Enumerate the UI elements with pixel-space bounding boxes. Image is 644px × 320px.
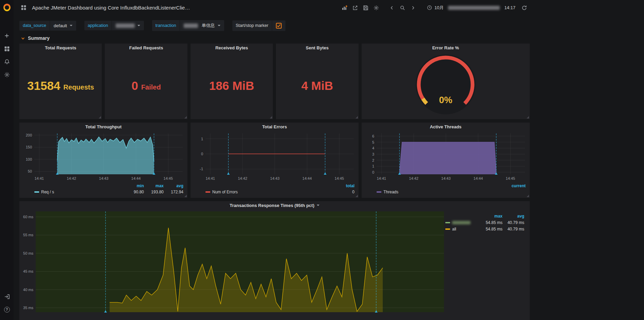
legend-table: max avg 54.85 ms 40.79 ms all 54.85 ms 4… bbox=[445, 213, 524, 232]
panel-title[interactable]: Sent Bytes bbox=[276, 44, 358, 52]
legend-series-all[interactable]: all bbox=[445, 227, 481, 231]
stat-unit: Failed bbox=[141, 81, 161, 91]
time-shift-back-button[interactable] bbox=[387, 3, 396, 12]
start-stop-marker-checkbox[interactable] bbox=[272, 20, 285, 31]
svg-text:150: 150 bbox=[26, 145, 32, 149]
legend-header[interactable]: total bbox=[335, 183, 354, 188]
filter-transaction[interactable]: transaction 单信息 bbox=[152, 20, 224, 31]
refresh-button[interactable] bbox=[520, 3, 529, 12]
svg-text:35 ms: 35 ms bbox=[23, 306, 33, 310]
zoom-out-button[interactable] bbox=[398, 3, 407, 12]
legend-series[interactable]: Threads bbox=[377, 190, 506, 194]
svg-text:14:42: 14:42 bbox=[238, 176, 247, 180]
legend-series-redacted[interactable] bbox=[445, 221, 481, 224]
series-color-dash bbox=[34, 191, 39, 193]
error-rate-gauge: 0% bbox=[362, 52, 530, 119]
time-range-redacted bbox=[448, 6, 500, 10]
resize-handle[interactable] bbox=[184, 195, 187, 197]
resize-handle[interactable] bbox=[527, 116, 529, 118]
stat-value: 4 MiB bbox=[301, 80, 333, 92]
svg-text:60 ms: 60 ms bbox=[23, 215, 33, 219]
svg-text:14:45: 14:45 bbox=[506, 176, 515, 180]
svg-text:14:41: 14:41 bbox=[205, 176, 215, 180]
legend-series[interactable]: Num of Errors bbox=[205, 190, 335, 194]
filter-application-value[interactable] bbox=[112, 21, 144, 30]
panel-menu-caret-icon[interactable] bbox=[317, 205, 319, 206]
time-range-prefix: 10月 bbox=[434, 5, 444, 11]
svg-text:14:41: 14:41 bbox=[377, 176, 386, 180]
resize-handle[interactable] bbox=[356, 195, 358, 197]
save-icon bbox=[363, 5, 368, 11]
panel-title[interactable]: Total Errors bbox=[191, 123, 359, 131]
add-panel-icon bbox=[342, 5, 348, 11]
panel-title[interactable]: Error Rate % bbox=[362, 44, 530, 52]
time-range-picker[interactable]: 10月 14:17 bbox=[424, 5, 518, 11]
row-summary-toggle[interactable]: Summary bbox=[21, 35, 530, 41]
share-dashboard-button[interactable] bbox=[351, 3, 360, 12]
legend-header[interactable]: avg bbox=[164, 183, 183, 188]
panel-error-rate-gauge: Error Rate % 0% bbox=[362, 44, 530, 119]
legend-value: 54.85 ms bbox=[481, 220, 502, 225]
errors-chart[interactable]: 10-114:4114:4214:4314:4414:45 bbox=[191, 131, 359, 182]
legend-header[interactable]: current bbox=[506, 183, 526, 188]
panel-title[interactable]: Failed Requests bbox=[105, 44, 187, 52]
legend-header[interactable]: max bbox=[481, 214, 502, 219]
panel-title[interactable]: Active Threads bbox=[362, 123, 530, 131]
resize-handle[interactable] bbox=[356, 116, 358, 118]
dashboard-grid-icon[interactable] bbox=[19, 3, 28, 12]
resize-handle[interactable] bbox=[99, 116, 101, 118]
svg-text:3: 3 bbox=[372, 152, 374, 156]
grafana-logo[interactable] bbox=[0, 0, 14, 15]
svg-text:200: 200 bbox=[26, 133, 32, 137]
throughput-chart[interactable]: 5010015020014:4114:4214:4314:4414:45 bbox=[19, 131, 187, 182]
gear-icon bbox=[4, 72, 10, 78]
panel-total-errors: Total Errors 10-114:4114:4214:4314:4414:… bbox=[191, 123, 359, 198]
threads-chart[interactable]: 012345614:4114:4214:4314:4414:45 bbox=[362, 131, 530, 182]
chevron-left-icon bbox=[390, 5, 394, 10]
panel-title[interactable]: Total Requests bbox=[19, 44, 102, 52]
stat-value: 0 bbox=[131, 80, 138, 92]
svg-text:0: 0 bbox=[201, 152, 203, 156]
panel-total-requests: Total Requests 31584 Requests bbox=[19, 44, 102, 119]
legend-header[interactable]: min bbox=[124, 183, 144, 188]
svg-text:2: 2 bbox=[372, 158, 374, 162]
sidebar-item-help[interactable]: ? bbox=[0, 303, 14, 316]
sidebar-item-configuration[interactable] bbox=[0, 68, 14, 81]
resize-handle[interactable] bbox=[527, 195, 529, 197]
dashboard-settings-button[interactable] bbox=[372, 3, 381, 12]
svg-text:5: 5 bbox=[372, 140, 374, 144]
sidebar-item-create[interactable] bbox=[0, 29, 14, 42]
sidebar-item-dashboards[interactable] bbox=[0, 42, 14, 55]
resize-handle[interactable] bbox=[270, 116, 272, 118]
panel-title[interactable]: Received Bytes bbox=[191, 44, 273, 52]
filter-start-stop-marker[interactable]: Start/stop marker bbox=[232, 20, 285, 31]
legend-header[interactable]: avg bbox=[502, 214, 524, 219]
filter-data-source-value[interactable]: default bbox=[50, 21, 76, 31]
svg-text:14:42: 14:42 bbox=[409, 176, 418, 180]
filter-transaction-value[interactable]: 单信息 bbox=[180, 20, 224, 31]
chevron-down-icon bbox=[21, 36, 25, 41]
legend-header[interactable]: max bbox=[144, 183, 164, 188]
sidebar-item-alerting[interactable] bbox=[0, 55, 14, 68]
svg-text:1: 1 bbox=[201, 137, 203, 141]
legend-series[interactable]: Req / s bbox=[34, 190, 124, 194]
stat-value: 31584 bbox=[27, 80, 60, 92]
series-color-dash bbox=[377, 191, 381, 193]
panel-title[interactable]: Transactions Response Times (95th pct) bbox=[19, 201, 530, 209]
svg-text:14:45: 14:45 bbox=[335, 176, 344, 180]
sidebar-item-sign-in[interactable] bbox=[0, 290, 14, 303]
svg-text:14:44: 14:44 bbox=[131, 176, 141, 180]
time-shift-forward-button[interactable] bbox=[409, 3, 417, 12]
filter-application[interactable]: application bbox=[84, 21, 144, 30]
add-panel-button[interactable] bbox=[340, 3, 349, 12]
sign-in-icon bbox=[4, 294, 10, 300]
svg-text:14:43: 14:43 bbox=[99, 176, 109, 180]
save-dashboard-button[interactable] bbox=[361, 3, 370, 12]
dashboards-icon bbox=[4, 46, 10, 52]
filter-data-source[interactable]: data_source default bbox=[19, 21, 76, 31]
panel-title[interactable]: Total Throughput bbox=[19, 123, 187, 131]
resize-handle[interactable] bbox=[184, 116, 187, 118]
legend-value: 0 bbox=[335, 190, 354, 194]
legend-value: 193.80 bbox=[144, 190, 164, 194]
dashboard-title[interactable]: Apache JMeter Dashboard using Core Influ… bbox=[32, 5, 190, 11]
